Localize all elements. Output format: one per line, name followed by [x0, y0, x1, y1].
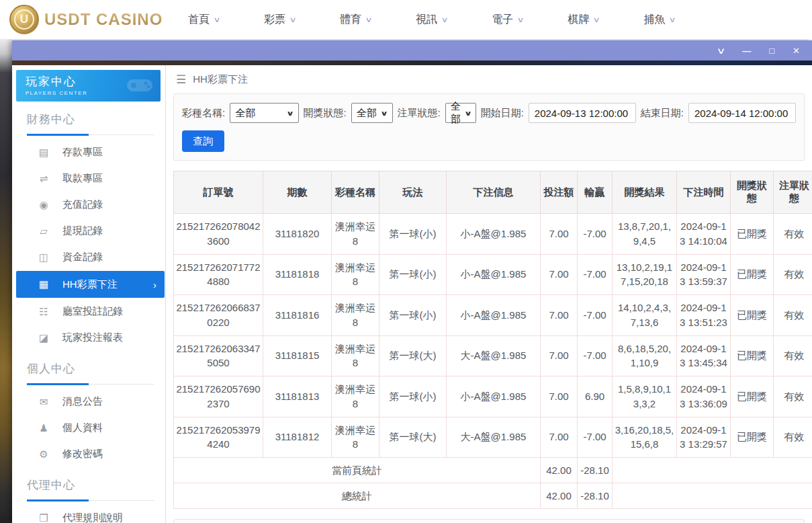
sidebar-item-label: 消息公告: [62, 395, 103, 408]
cell: 小-A盤@1.985: [447, 254, 541, 295]
column-header: 玩法: [379, 171, 447, 214]
window-maximize-icon[interactable]: □: [769, 46, 774, 55]
cell: 31181815: [263, 335, 332, 376]
sidebar: 玩家中心 PLAYERS CENTER 財務中心▤存款專區⇌取款專區◉充值記錄▱…: [12, 65, 166, 523]
nav-item-2[interactable]: 體育∨: [340, 13, 371, 27]
cell: 第一球(小): [379, 254, 447, 295]
cell: 已開獎: [731, 254, 774, 295]
table-row: 215217262057690237031181813澳洲幸运8第一球(小)小-…: [174, 376, 812, 417]
cell: 6.90: [578, 376, 613, 417]
cell: 已開獎: [731, 376, 774, 417]
hall-bet-record-icon: ☷: [36, 306, 51, 318]
nav-item-4[interactable]: 電子∨: [492, 13, 523, 27]
bets-table: 訂單號期數彩種名稱玩法下注信息投注額輸贏開獎結果下注時間開獎狀態注單狀態 215…: [173, 171, 812, 509]
nav-item-5[interactable]: 棋牌∨: [568, 13, 599, 27]
cell: 2024-09-13 13:45:34: [677, 335, 731, 376]
gamepad-icon: [126, 75, 154, 97]
nav-item-6[interactable]: 捕魚∨: [643, 13, 675, 27]
sidebar-item[interactable]: ◉充值記錄: [12, 192, 165, 218]
cell: 7.00: [541, 376, 578, 417]
sidebar-item[interactable]: ❐代理規則說明: [12, 505, 165, 523]
table-row: 215217262063347505031181815澳洲幸运8第一球(大)大-…: [174, 335, 812, 376]
sidebar-item-label: 提現記錄: [62, 225, 103, 237]
sidebar-item-label: 存款專區: [62, 146, 103, 159]
sidebar-item[interactable]: ▱提現記錄: [12, 218, 165, 244]
sidebar-item[interactable]: ⇌取款專區: [12, 165, 165, 192]
search-button[interactable]: 查詢: [182, 130, 224, 152]
start-date-input[interactable]: [529, 103, 636, 123]
sidebar-item[interactable]: ◪玩家投注報表: [12, 325, 165, 351]
nav-item-0[interactable]: 首頁∨: [188, 13, 220, 27]
sidebar-item[interactable]: ✉消息公告: [12, 389, 165, 415]
chevron-down-icon: ∨: [380, 110, 388, 117]
breadcrumb: ☰ HH彩票下注: [173, 65, 805, 93]
sidebar-item-label: 個人資料: [62, 421, 103, 434]
sidebar-item[interactable]: ▤存款專區: [12, 139, 165, 165]
nav-item-label: 電子: [492, 13, 513, 27]
cell: 有效: [774, 295, 812, 336]
withdrawal-record-icon: ▱: [36, 225, 51, 237]
window-minimize-icon[interactable]: —: [742, 46, 751, 55]
chevron-down-icon: ∨: [441, 15, 449, 24]
chevron-down-icon: ∨: [286, 110, 294, 117]
sidebar-header: 玩家中心 PLAYERS CENTER: [16, 70, 161, 102]
nav-item-1[interactable]: 彩票∨: [264, 13, 296, 27]
cell: 1,5,8,9,10,13,3,2: [613, 376, 677, 417]
window-collapse-icon[interactable]: ∨: [716, 46, 725, 55]
hamburger-icon[interactable]: ☰: [176, 73, 186, 87]
sidebar-item[interactable]: ◫資金記錄: [12, 244, 165, 270]
chevron-down-icon: ∨: [365, 15, 373, 24]
document-icon: ❐: [36, 512, 51, 523]
summary-empty: [613, 483, 812, 509]
cell: 31181813: [263, 376, 332, 417]
cell: 2024-09-13 13:59:37: [677, 254, 731, 295]
withdraw-hand-icon: ⇌: [36, 173, 51, 185]
cell: -7.00: [578, 214, 613, 255]
section-underline: [27, 133, 154, 135]
chevron-down-icon: ∨: [289, 15, 296, 24]
sidebar-item-label: 取款專區: [62, 172, 103, 185]
start-date-label: 開始日期:: [481, 107, 524, 120]
cell: 有效: [774, 376, 812, 417]
sidebar-item[interactable]: ▦HH彩票下注›: [16, 271, 165, 298]
cell: 31181816: [263, 295, 332, 336]
end-date-input[interactable]: [688, 103, 796, 123]
table-header-row: 訂單號期數彩種名稱玩法下注信息投注額輸贏開獎結果下注時間開獎狀態注單狀態: [174, 171, 812, 214]
chevron-down-icon: ∨: [464, 110, 472, 117]
players-center-window: ∨ — □ ✕ 玩家中心 PLAYERS CENTER 財: [12, 40, 812, 523]
summary-winloss-total: -28.10: [578, 483, 613, 509]
decorative-divider: [12, 61, 812, 65]
sidebar-item[interactable]: ☷廳室投註記錄: [12, 298, 165, 325]
summary-bet-total: 42.00: [541, 458, 578, 483]
nav-menu: 首頁∨彩票∨體育∨視訊∨電子∨棋牌∨捕魚∨: [188, 13, 675, 27]
sidebar-item-label: HH彩票下注: [62, 278, 118, 291]
column-header: 下注信息: [447, 171, 541, 214]
chevron-down-icon: ∨: [517, 15, 525, 24]
sidebar-item[interactable]: ♟個人資料: [12, 415, 165, 441]
sidebar-item-label: 修改密碼: [62, 448, 103, 460]
cell: 2152172620717724880: [174, 254, 263, 295]
sidebar-item-label: 廳室投註記錄: [62, 305, 123, 318]
lottery-bet-icon: ▦: [36, 278, 51, 290]
cell: 14,10,2,4,3,7,13,6: [613, 295, 677, 336]
nav-item-label: 首頁: [188, 13, 210, 27]
cell: -7.00: [578, 295, 613, 336]
summary-label: 當前頁統計: [174, 458, 541, 483]
nav-item-3[interactable]: 視訊∨: [416, 13, 447, 27]
site-logo[interactable]: U USDT CASINO: [9, 5, 171, 34]
cell: 2152172620576902370: [174, 376, 263, 417]
summary-bet-total: 42.00: [541, 483, 578, 509]
window-close-icon[interactable]: ✕: [793, 46, 800, 55]
cell: 13,8,7,20,1,9,4,5: [613, 214, 677, 255]
sidebar-item[interactable]: ⚙修改密碼: [12, 441, 165, 467]
cell: 第一球(小): [379, 376, 447, 417]
cell: 澳洲幸运8: [332, 417, 379, 458]
summary-winloss-total: -28.10: [578, 458, 613, 483]
cell: -7.00: [578, 335, 613, 376]
order-status-select[interactable]: 全部 ∨: [445, 103, 476, 123]
cell: 有效: [774, 214, 812, 255]
cell: 澳洲幸运8: [332, 295, 379, 336]
lottery-name-select[interactable]: 全部 ∨: [230, 103, 298, 123]
cell: 已開獎: [731, 417, 774, 458]
draw-status-select[interactable]: 全部 ∨: [351, 103, 393, 123]
